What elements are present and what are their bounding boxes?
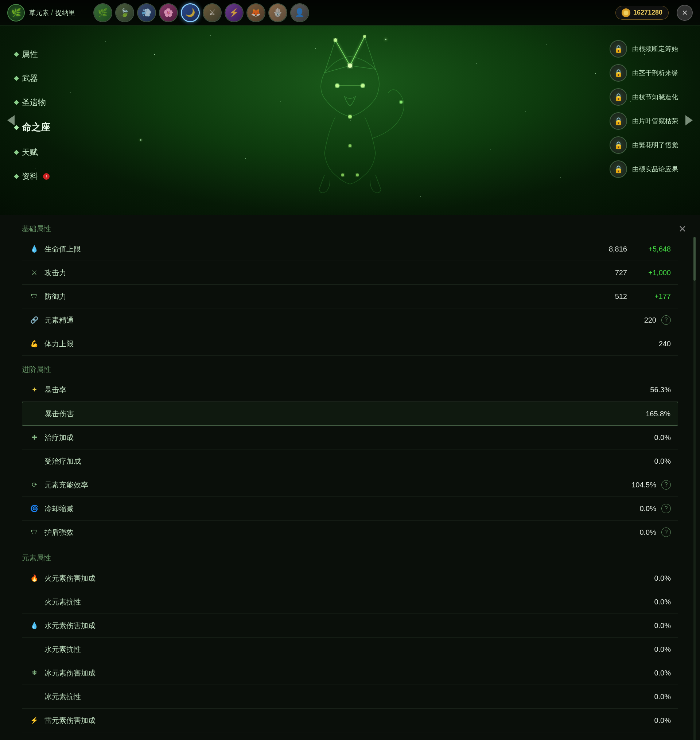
char-tab-6[interactable]: ⚔ — [203, 3, 222, 22]
stat-name-em: 元素精通 — [44, 315, 613, 325]
notification-badge: ! — [43, 173, 50, 180]
lock-item-6[interactable]: 🔒 由硕实品论应果 — [610, 160, 678, 178]
char-tab-2[interactable]: 🍃 — [115, 3, 134, 22]
stat-name-cryo-dmg: 冰元素伤害加成 — [44, 668, 627, 678]
er-help-button[interactable]: ? — [661, 480, 671, 490]
breadcrumb-character: 提纳里 — [56, 8, 75, 17]
scroll-track[interactable] — [693, 237, 696, 740]
cd-help-button[interactable]: ? — [661, 504, 671, 513]
lock-item-1[interactable]: 🔒 由根须断定筹始 — [610, 40, 678, 57]
shield-help-button[interactable]: ? — [661, 527, 671, 537]
stat-name-shield: 护盾强效 — [44, 527, 613, 537]
svg-point-10 — [361, 84, 365, 88]
stat-value-pyro-res: 0.0% — [627, 598, 671, 606]
stats-section-elemental: 元素属性 🔥 火元素伤害加成 0.0% 火元素抗性 0.0% 💧 水元素伤害加成… — [0, 544, 700, 740]
stat-value-critrate: 56.3% — [627, 386, 671, 394]
stat-row-healreceive: 受治疗加成 0.0% — [22, 449, 678, 473]
stat-bonus-def: +177 — [634, 292, 671, 301]
critrate-icon: ✦ — [29, 385, 40, 395]
char-tab-1[interactable]: 🌿 — [93, 3, 112, 22]
nav-label-lore: 资料 — [22, 171, 38, 182]
stat-row-hp: 💧 生命值上限 8,816 +5,648 — [22, 237, 678, 261]
stat-name-atk: 攻击力 — [44, 268, 583, 278]
char-avatar-7: ⚡ — [225, 4, 243, 22]
scroll-thumb[interactable] — [693, 237, 696, 281]
stamina-icon: 💪 — [29, 339, 40, 349]
def-icon: 🛡 — [29, 291, 40, 301]
stat-value-healreceive: 0.0% — [627, 457, 671, 465]
char-tab-9[interactable]: 🪬 — [268, 3, 287, 22]
next-arrow-button[interactable] — [682, 109, 696, 131]
stat-row-cryo-dmg: ❄ 冰元素伤害加成 0.0% — [22, 661, 678, 685]
section-header-elemental: 元素属性 — [22, 544, 678, 567]
currency-amount: 16271280 — [633, 9, 662, 16]
stat-row-stamina: 💪 体力上限 240 — [22, 332, 678, 356]
svg-line-3 — [350, 37, 365, 66]
stats-close-button[interactable]: ✕ — [676, 222, 689, 235]
prev-arrow-button[interactable] — [4, 109, 18, 131]
em-icon: 🔗 — [29, 315, 40, 325]
stat-value-pyro-dmg: 0.0% — [627, 574, 671, 583]
lock-label-6: 由硕实品论应果 — [632, 165, 678, 173]
lock-item-4[interactable]: 🔒 由片叶管窥枯荣 — [610, 112, 678, 130]
stat-row-critrate: ✦ 暴击率 56.3% — [22, 378, 678, 402]
lock-item-3[interactable]: 🔒 由枝节知晓造化 — [610, 88, 678, 106]
electro-dmg-icon: ⚡ — [29, 715, 40, 725]
atk-icon: ⚔ — [29, 267, 40, 278]
char-avatar-1: 🌿 — [94, 4, 112, 22]
char-avatar-6: ⚔ — [203, 4, 221, 22]
stat-name-critdmg: 暴击伤害 — [45, 409, 627, 419]
stat-name-cd: 冷却缩减 — [44, 504, 613, 514]
stat-row-hydro-res: 水元素抗性 0.0% — [22, 637, 678, 661]
nav-item-lore[interactable]: 资料 ! — [15, 169, 50, 184]
lock-item-2[interactable]: 🔒 由茎干剖析来缘 — [610, 64, 678, 82]
char-tab-7[interactable]: ⚡ — [225, 3, 244, 22]
right-arrow-icon — [685, 115, 693, 125]
stat-value-heal: 0.0% — [627, 433, 671, 442]
top-bar: 🌿 草元素 / 提纳里 🌿 🍃 💨 🌸 🌙 ⚔ ⚡ 🦊 — [0, 0, 700, 25]
stat-value-cryo-res: 0.0% — [627, 693, 671, 701]
coin-icon: ⬤ — [622, 8, 630, 17]
char-tab-3[interactable]: 💨 — [137, 3, 156, 22]
breadcrumb-category: 草元素 — [29, 8, 49, 17]
nav-item-talents[interactable]: 天赋 — [15, 145, 50, 159]
svg-point-11 — [348, 115, 352, 119]
stat-value-hp: 8,816 — [583, 245, 627, 253]
svg-line-2 — [335, 40, 350, 66]
char-tab-10[interactable]: 👤 — [290, 3, 309, 22]
lock-icon-4: 🔒 — [610, 112, 627, 130]
stat-value-cd: 0.0% — [613, 505, 656, 513]
lock-label-4: 由片叶管窥枯荣 — [632, 117, 678, 125]
char-tab-4[interactable]: 🌸 — [159, 3, 178, 22]
nav-item-weapon[interactable]: 武器 — [15, 72, 50, 85]
lock-icon-6: 🔒 — [610, 160, 627, 178]
stat-row-er: ⟳ 元素充能效率 104.5% ? — [22, 473, 678, 497]
lock-label-3: 由枝节知晓造化 — [632, 92, 678, 101]
stat-value-em: 220 — [613, 316, 656, 324]
currency-area: ⬤ 16271280 ✕ — [615, 5, 693, 21]
nav-item-relics[interactable]: 圣遗物 — [15, 95, 50, 109]
stat-row-em: 🔗 元素精通 220 ? — [22, 308, 678, 332]
stats-section-basic: 基础属性 💧 生命值上限 8,816 +5,648 ⚔ 攻击力 727 +1,0… — [0, 215, 700, 356]
stat-name-heal: 治疗加成 — [44, 433, 627, 442]
stat-name-hp: 生命值上限 — [44, 244, 583, 254]
char-avatar-3: 💨 — [138, 4, 155, 22]
nav-item-attributes[interactable]: 属性 — [15, 47, 50, 61]
stat-name-hydro-res: 水元素抗性 — [44, 645, 627, 654]
character-tabs: 🌿 🍃 💨 🌸 🌙 ⚔ ⚡ 🦊 🪬 👤 — [93, 3, 615, 22]
svg-point-14 — [356, 173, 359, 176]
em-help-button[interactable]: ? — [661, 315, 671, 325]
nav-label-constellation: 命之座 — [22, 121, 50, 134]
stat-row-heal: ✚ 治疗加成 0.0% — [22, 426, 678, 449]
lock-item-5[interactable]: 🔒 由繁花明了悟觉 — [610, 137, 678, 154]
char-tab-5[interactable]: 🌙 — [181, 3, 200, 22]
stat-name-pyro-dmg: 火元素伤害加成 — [44, 573, 627, 583]
lock-icon-3: 🔒 — [610, 88, 627, 106]
nav-diamond-icon — [14, 52, 19, 57]
topbar-close-button[interactable]: ✕ — [676, 5, 693, 21]
stat-value-hydro-dmg: 0.0% — [627, 621, 671, 630]
shield-icon: 🛡 — [29, 527, 40, 537]
nav-item-constellation[interactable]: 命之座 — [15, 120, 50, 135]
char-tab-8[interactable]: 🦊 — [247, 3, 265, 22]
stat-value-stamina: 240 — [627, 340, 671, 348]
